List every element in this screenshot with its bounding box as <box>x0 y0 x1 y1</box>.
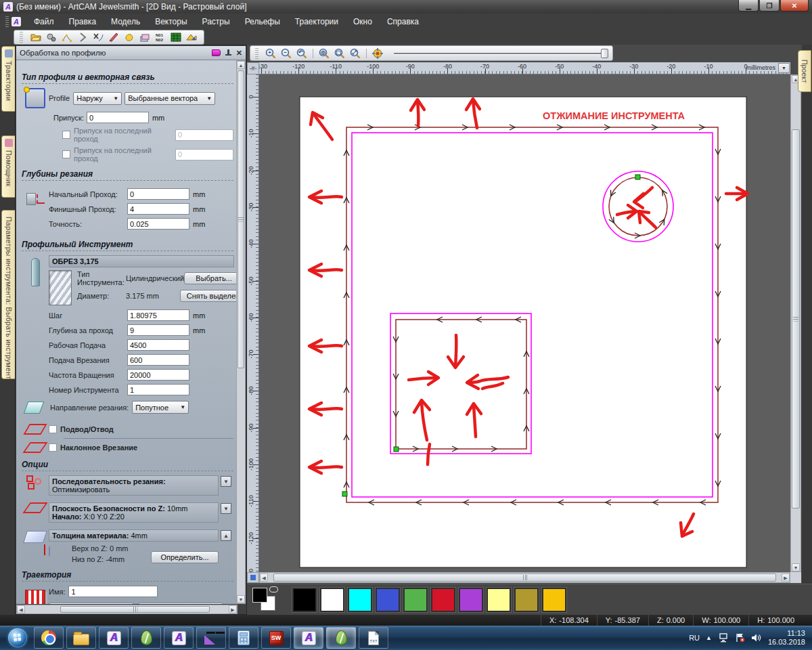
zoom-out-icon[interactable]: − <box>280 47 292 60</box>
taskbar-app-solidworks[interactable]: SW <box>261 627 291 649</box>
relief-icon[interactable] <box>185 32 197 43</box>
menu-item-2[interactable]: Модель <box>104 15 148 28</box>
menu-item-8[interactable]: Справка <box>380 15 426 28</box>
palette-swatch-2[interactable] <box>348 588 372 612</box>
last-pass-checkbox-2[interactable] <box>62 150 70 158</box>
last-pass-checkbox[interactable] <box>62 131 70 139</box>
field-input[interactable] <box>127 339 189 351</box>
ramp-checkbox[interactable] <box>49 443 57 452</box>
field-input[interactable] <box>127 369 189 381</box>
scroll-down-icon[interactable]: ▼ <box>792 563 800 571</box>
scroll-right-icon[interactable]: ▶ <box>229 605 237 613</box>
nodes-icon[interactable] <box>61 32 72 43</box>
zoom-rect-icon[interactable]: ▢ <box>334 47 346 60</box>
palette-swatch-9[interactable] <box>542 588 566 612</box>
scroll-left-icon[interactable]: ◀ <box>260 573 268 582</box>
redraw-icon[interactable] <box>371 47 384 60</box>
bitmap-grid-icon[interactable] <box>170 32 181 43</box>
vector-edit-icon[interactable] <box>92 32 104 43</box>
allowance-input[interactable] <box>87 112 149 123</box>
preferences-icon[interactable] <box>45 32 57 43</box>
taskbar-app-explorer[interactable] <box>66 627 96 649</box>
field-input[interactable] <box>127 188 189 200</box>
scrollbar-thumb[interactable] <box>273 573 776 582</box>
taskbar-app-vectric[interactable] <box>131 627 161 649</box>
link-colors-icon[interactable] <box>269 586 278 592</box>
taskbar-app-vectric[interactable] <box>326 627 356 649</box>
view-toolbar-grip[interactable] <box>255 48 258 59</box>
taskbar-app-chrome[interactable] <box>34 627 64 649</box>
expand-button[interactable]: ▼ <box>221 476 231 487</box>
zoom-in-icon[interactable]: + <box>265 47 277 60</box>
taskbar-app-calculator[interactable] <box>229 627 258 649</box>
scroll-up-icon[interactable]: ▲ <box>237 61 245 69</box>
zoom-object-icon[interactable]: ◎ <box>318 47 330 60</box>
toolbar-grip[interactable] <box>20 32 23 43</box>
last-pass-input[interactable] <box>175 129 233 141</box>
menubar-grip[interactable] <box>5 16 9 27</box>
taskbar-app-text-editor[interactable] <box>359 627 388 649</box>
sidebar-tab-project[interactable]: Проект <box>798 50 811 92</box>
panel-vertical-scrollbar[interactable]: ▲ ▼ <box>236 60 246 604</box>
scrollbar-thumb[interactable] <box>238 70 244 368</box>
field-input[interactable] <box>127 384 189 395</box>
pin-icon[interactable] <box>225 49 231 57</box>
start-button[interactable] <box>8 628 27 647</box>
clock[interactable]: 11:13 16.03.2018 <box>768 629 805 647</box>
palette-swatch-4[interactable] <box>403 588 428 612</box>
open-icon[interactable] <box>30 32 41 43</box>
scrollbar-thumb[interactable] <box>60 606 210 613</box>
restore-button[interactable]: ❐ <box>759 0 780 12</box>
taskbar-app-artcam[interactable] <box>99 627 129 649</box>
field-input[interactable] <box>127 218 189 230</box>
panel-header[interactable]: Обработка по профилю ✕ <box>16 46 246 60</box>
zoom-slider-thumb[interactable] <box>601 49 608 58</box>
calculate-later-button[interactable]: Вычислить позже <box>49 603 134 604</box>
show-hidden-icons[interactable]: ▲ <box>706 634 712 641</box>
scroll-right-icon[interactable]: ▶ <box>782 573 790 582</box>
start-node[interactable] <box>342 492 347 496</box>
menu-item-4[interactable]: Растры <box>195 15 238 28</box>
canvas-vertical-scrollbar[interactable]: ▲ ▼ <box>790 74 801 572</box>
nc-program-icon[interactable]: N01N02 <box>154 32 166 43</box>
action-center-flag-icon[interactable] <box>735 633 745 643</box>
start-node[interactable] <box>635 175 640 179</box>
scroll-down-icon[interactable]: ▼ <box>237 595 245 603</box>
network-icon[interactable] <box>718 633 729 643</box>
scrollbar-thumb[interactable] <box>792 129 800 508</box>
zoom-fit-icon[interactable]: ⤢ <box>349 47 361 60</box>
lead-checkbox[interactable] <box>49 425 57 433</box>
select-tool-button[interactable]: Выбрать... <box>184 272 238 284</box>
palette-swatch-6[interactable] <box>459 588 483 612</box>
field-input[interactable] <box>127 309 189 321</box>
sidebar-tab-2[interactable]: Параметры инструмента: Выбрать инструмен… <box>1 210 15 379</box>
primary-secondary-colors[interactable] <box>251 586 284 613</box>
sidebar-tab-0[interactable]: Траектории <box>1 46 15 112</box>
palette-swatch-1[interactable] <box>320 588 344 612</box>
field-input[interactable] <box>127 203 189 215</box>
scroll-left-icon[interactable]: ◀ <box>17 605 25 613</box>
field-input[interactable] <box>127 324 189 336</box>
model-drawing[interactable]: ОТЖИМАНИЕ ИНСТРУМЕНТА <box>259 74 790 572</box>
taskbar-app-artcam[interactable] <box>294 627 323 649</box>
panel-horizontal-scrollbar[interactable]: ◀ ▶ <box>16 605 238 614</box>
taskbar-app-artcam[interactable] <box>164 627 194 649</box>
calculate-now-button[interactable]: Вычислить сейчас <box>138 603 223 604</box>
ruler-units-dropdown[interactable]: ▼ <box>778 63 790 73</box>
palette-swatch-5[interactable] <box>431 588 455 612</box>
palette-swatch-7[interactable] <box>487 588 511 612</box>
field-input[interactable] <box>127 354 189 366</box>
collapse-button[interactable]: ▲ <box>221 530 231 541</box>
panel-close-icon[interactable]: ✕ <box>236 49 242 57</box>
sidebar-tab-1[interactable]: Помощник <box>1 135 15 198</box>
cut-direction-select[interactable]: Попутное▼ <box>132 401 189 414</box>
palette-swatch-8[interactable] <box>514 588 539 612</box>
palette-swatch-0[interactable] <box>292 588 317 612</box>
deselect-tool-button[interactable]: Снять выделени <box>180 290 238 302</box>
menu-item-5[interactable]: Рельефы <box>238 15 288 28</box>
help-book-icon[interactable] <box>212 49 221 56</box>
last-pass-input-2[interactable] <box>175 149 233 160</box>
tool-preview[interactable] <box>49 270 72 305</box>
define-material-button[interactable]: Определить... <box>151 551 219 563</box>
start-node[interactable] <box>394 447 399 452</box>
